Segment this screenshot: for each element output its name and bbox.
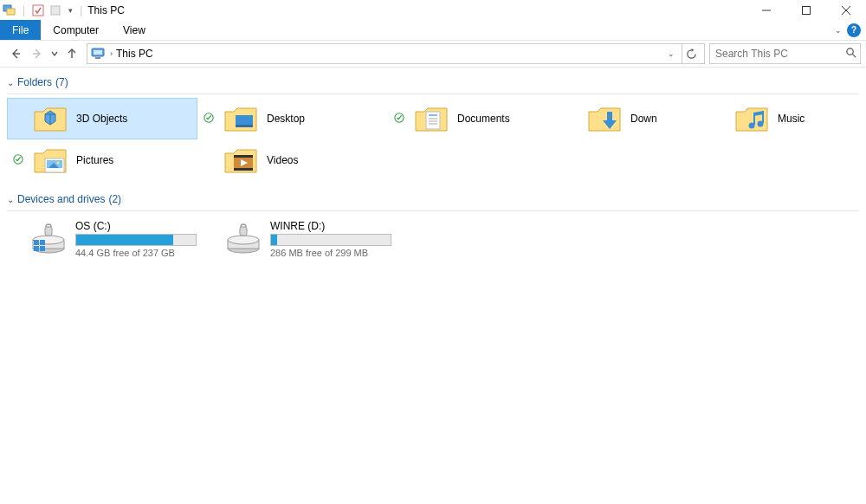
ribbon-right: ⌄ ? <box>835 20 866 40</box>
close-button[interactable] <box>826 0 866 20</box>
group-count: (7) <box>55 76 68 88</box>
recent-locations-button[interactable] <box>48 43 61 64</box>
qat-dropdown-icon[interactable]: ▾ <box>68 6 73 15</box>
title-bar: | ▾ | This PC <box>0 0 866 20</box>
this-pc-icon <box>91 47 107 61</box>
properties-icon[interactable] <box>30 3 46 18</box>
drive-info: WINRE (D:) 286 MB free of 299 MB <box>270 220 391 258</box>
svg-point-38 <box>56 161 59 164</box>
search-box[interactable] <box>709 43 861 64</box>
minimize-button[interactable] <box>746 0 786 20</box>
breadcrumb[interactable]: This PC <box>116 48 153 60</box>
address-bar[interactable]: › This PC ⌄ <box>87 43 705 64</box>
folders-grid: 3D Objects Desktop Documents Down <box>7 98 859 181</box>
sync-check-icon <box>12 154 24 167</box>
separator: | <box>23 4 25 16</box>
chevron-right-icon[interactable]: › <box>110 49 113 58</box>
search-input[interactable] <box>715 48 845 60</box>
navigation-bar: › This PC ⌄ <box>0 41 866 68</box>
forward-button[interactable] <box>27 43 48 64</box>
svg-rect-23 <box>426 112 440 129</box>
folder-videos[interactable]: Videos <box>197 139 388 181</box>
quick-access-toolbar: | ▾ <box>2 3 76 18</box>
svg-rect-41 <box>234 168 253 171</box>
svg-rect-47 <box>34 240 39 245</box>
content-area: ⌄ Folders (7) 3D Objects Desktop Documen… <box>0 68 866 267</box>
drive-winre-icon <box>225 220 262 256</box>
svg-rect-21 <box>236 125 253 127</box>
group-label: Devices and drives <box>17 193 105 205</box>
up-button[interactable] <box>61 43 82 64</box>
svg-rect-12 <box>94 50 102 55</box>
group-count: (2) <box>108 193 121 205</box>
sync-check-icon <box>203 113 215 126</box>
drive-usage-bar <box>75 234 197 246</box>
svg-rect-49 <box>34 246 39 251</box>
window-controls <box>746 0 866 20</box>
new-folder-icon[interactable] <box>48 3 63 18</box>
group-header-folders[interactable]: ⌄ Folders (7) <box>7 71 859 94</box>
svg-rect-40 <box>234 155 253 158</box>
group-label: Folders <box>17 76 52 88</box>
back-button[interactable] <box>5 43 26 64</box>
svg-point-53 <box>228 236 259 244</box>
folder-label: Videos <box>267 154 298 166</box>
chevron-down-icon: ⌄ <box>7 195 14 204</box>
address-dropdown-icon[interactable]: ⌄ <box>664 49 678 58</box>
refresh-button[interactable] <box>682 44 701 63</box>
folder-desktop[interactable]: Desktop <box>197 98 388 139</box>
folder-label: Pictures <box>76 154 113 166</box>
folder-music[interactable]: Music <box>708 98 847 139</box>
folder-desktop-icon <box>223 101 258 136</box>
window-title: This PC <box>87 4 125 16</box>
sync-check-icon <box>393 113 405 126</box>
svg-rect-5 <box>803 6 811 14</box>
drive-label: OS (C:) <box>75 220 197 232</box>
drive-free-text: 44.4 GB free of 237 GB <box>75 248 197 258</box>
tab-view[interactable]: View <box>111 20 158 40</box>
folder-label: Music <box>778 113 805 125</box>
tab-file[interactable]: File <box>0 20 41 40</box>
drives-grid: OS (C:) 44.4 GB free of 237 GB WINRE (D:… <box>7 215 859 263</box>
svg-rect-54 <box>240 227 247 236</box>
help-icon[interactable]: ? <box>847 23 861 37</box>
folder-label: Down <box>630 113 657 125</box>
folder-pictures-icon <box>33 143 68 178</box>
folder-label: 3D Objects <box>76 113 127 125</box>
ribbon-tabs: File Computer View ⌄ ? <box>0 20 866 41</box>
app-icon <box>2 3 17 18</box>
svg-rect-50 <box>40 246 45 251</box>
drive-d[interactable]: WINRE (D:) 286 MB free of 299 MB <box>202 215 397 263</box>
drive-usage-bar <box>270 234 391 246</box>
folder-documents-icon <box>414 101 449 136</box>
drive-c[interactable]: OS (C:) 44.4 GB free of 237 GB <box>7 215 202 263</box>
separator: | <box>80 4 82 16</box>
drive-info: OS (C:) 44.4 GB free of 237 GB <box>75 220 197 258</box>
svg-rect-13 <box>95 57 100 59</box>
drive-free-text: 286 MB free of 299 MB <box>270 248 391 258</box>
folder-label: Documents <box>457 113 510 125</box>
group-header-drives[interactable]: ⌄ Devices and drives (2) <box>7 188 859 211</box>
folder-music-icon <box>734 101 769 136</box>
folder-3d-icon <box>33 101 68 136</box>
chevron-down-icon: ⌄ <box>7 78 14 87</box>
tab-computer[interactable]: Computer <box>41 20 111 40</box>
svg-rect-46 <box>45 227 52 236</box>
folder-documents[interactable]: Documents <box>388 98 561 139</box>
folder-label: Desktop <box>267 113 305 125</box>
drive-os-icon <box>30 220 67 256</box>
svg-rect-1 <box>7 9 15 15</box>
folder-downloads[interactable]: Down <box>561 98 708 139</box>
ribbon-collapse-icon[interactable]: ⌄ <box>835 26 842 35</box>
folder-3d-objects[interactable]: 3D Objects <box>7 98 197 139</box>
folder-downloads-icon <box>587 101 622 136</box>
drive-label: WINRE (D:) <box>270 220 391 232</box>
svg-point-14 <box>847 48 853 55</box>
svg-line-15 <box>852 54 856 57</box>
maximize-button[interactable] <box>786 0 826 20</box>
svg-rect-28 <box>607 112 612 120</box>
svg-rect-48 <box>40 240 45 245</box>
folder-pictures[interactable]: Pictures <box>7 139 197 181</box>
svg-rect-2 <box>33 5 43 16</box>
search-icon[interactable] <box>845 47 856 61</box>
